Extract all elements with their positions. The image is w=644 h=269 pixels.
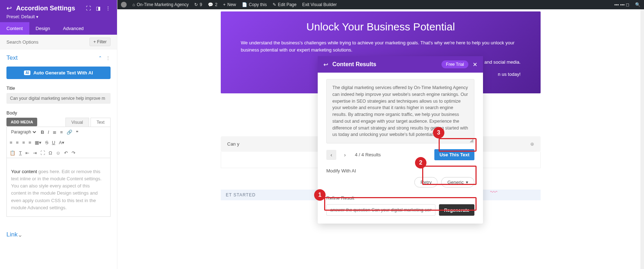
link-section-head[interactable]: Link ⌄ <box>6 231 111 239</box>
body-label: Body <box>6 110 111 116</box>
settings-sidebar: ↩ Accordion Settings ⛶ ◨ ⋮ Preset: Defau… <box>0 0 117 269</box>
ul-icon[interactable]: ≣ <box>53 129 57 135</box>
redo-icon[interactable]: ↷ <box>72 150 75 156</box>
comments-count[interactable]: 💬 2 <box>208 2 218 7</box>
modal-title: Content Results <box>332 61 437 68</box>
paste-icon[interactable]: 📋 <box>10 150 15 156</box>
underline-icon[interactable]: U <box>52 140 55 145</box>
modify-row: Retry Generic ▾ <box>326 177 474 187</box>
search-row: + Filter <box>0 35 117 49</box>
align-right-icon[interactable]: ≡ <box>22 140 25 145</box>
result-text[interactable]: The digital marketing services offered b… <box>326 79 474 143</box>
filter-button[interactable]: + Filter <box>89 38 111 46</box>
edit-page[interactable]: ✎ Edit Page <box>273 2 297 7</box>
pager-row: ‹ › 4 / 4 Results Use This Text <box>326 149 474 160</box>
text-section-head[interactable]: Text ⌃ ⋮ <box>6 54 111 62</box>
get-started-label: ET STARTED <box>226 192 255 197</box>
expand-icon[interactable]: ⛶ <box>86 5 91 11</box>
table-icon[interactable]: ▦▾ <box>35 140 42 145</box>
modal-body: The digital marketing services offered b… <box>318 73 483 224</box>
emoji-icon[interactable]: ☺ <box>56 150 60 156</box>
content-results-modal: ↩ Content Results Free Trial ✕ The digit… <box>318 56 483 224</box>
link-section-label: Link <box>6 231 18 238</box>
exit-visual-builder[interactable]: Exit Visual Builder <box>302 2 337 7</box>
chevron-up-icon: ⌃ <box>98 55 102 60</box>
bold-icon[interactable]: B <box>41 129 44 135</box>
editor-tab-text[interactable]: Text <box>91 118 111 127</box>
editor-text-placeholder: goes here. Edit or remove this text inli… <box>11 169 102 210</box>
ai-badge-icon: AI <box>24 70 30 75</box>
hero-title: Unlock Your Business Potential <box>241 21 521 33</box>
next-result-button[interactable]: › <box>340 150 350 160</box>
editor-text-solid: Your content <box>11 169 38 174</box>
chevron-down-icon: ⌄ <box>18 231 23 239</box>
search-input[interactable] <box>6 39 89 45</box>
omega-icon[interactable]: Ω <box>49 150 52 156</box>
section-body: Text ⌃ ⋮ AI Auto Generate Text With AI T… <box>0 49 117 269</box>
back-icon[interactable]: ↩ <box>6 4 12 12</box>
align-justify-icon[interactable]: ≡ <box>29 140 31 145</box>
align-center-icon[interactable]: ≡ <box>16 140 19 145</box>
refine-input[interactable] <box>326 204 435 216</box>
tab-advanced[interactable]: Advanced <box>57 22 90 35</box>
prev-result-button[interactable]: ‹ <box>326 150 336 160</box>
panel-icon[interactable]: ◨ <box>96 5 101 11</box>
section-more-icon[interactable]: ⋮ <box>106 55 111 61</box>
tab-content[interactable]: Content <box>0 22 29 35</box>
text-section-label: Text <box>6 54 18 62</box>
title-label: Title <box>6 85 111 91</box>
editor-content[interactable]: Your content goes here. Edit or remove t… <box>6 158 111 217</box>
italic-icon[interactable]: I <box>48 129 49 135</box>
regenerate-button[interactable]: Regenerate <box>439 204 474 216</box>
modify-with-ai-label: Modify With AI <box>326 168 474 173</box>
use-this-text-button[interactable]: Use This Text <box>434 149 474 160</box>
textcolor-icon[interactable]: A▾ <box>59 140 64 145</box>
tab-design[interactable]: Design <box>29 22 57 35</box>
outdent-icon[interactable]: ⇤ <box>25 150 29 156</box>
ai-button-label: Auto Generate Text With AI <box>33 70 93 75</box>
fullscreen-icon[interactable]: ⛶ <box>40 150 45 156</box>
editor-tab-visual[interactable]: Visual <box>65 118 89 127</box>
wp-logo-icon[interactable] <box>121 2 127 8</box>
copy-this[interactable]: 📄 Copy this <box>242 2 267 7</box>
main-area: ⌂ On-Time Marketing Agency ↻ 9 💬 2 + New… <box>117 0 644 269</box>
modal-header: ↩ Content Results Free Trial ✕ <box>318 56 483 73</box>
sidebar-header: ↩ Accordion Settings ⛶ ◨ ⋮ Preset: Defau… <box>0 0 117 22</box>
align-left-icon[interactable]: ≡ <box>10 140 13 145</box>
new-button[interactable]: + New <box>223 2 236 7</box>
hero-paragraph-1: We understand the business's challenges … <box>241 39 521 54</box>
modal-back-icon[interactable]: ↩ <box>323 61 328 68</box>
link-icon[interactable]: 🔗 <box>67 129 72 135</box>
more-icon[interactable]: ⋮ <box>106 5 111 11</box>
sidebar-title: Accordion Settings <box>16 5 82 12</box>
site-name[interactable]: ⌂ On-Time Marketing Agency <box>132 2 189 7</box>
plus-icon: ⊕ <box>530 141 534 147</box>
retry-button[interactable]: Retry <box>414 177 438 187</box>
title-input[interactable] <box>6 93 111 104</box>
quote-icon[interactable]: ❝ <box>76 129 78 135</box>
refine-row: Regenerate <box>326 204 474 216</box>
auto-generate-ai-button[interactable]: AI Auto Generate Text With AI <box>6 67 111 79</box>
sidebar-tabs: Content Design Advanced <box>0 22 117 35</box>
undo-icon[interactable]: ↶ <box>64 150 68 156</box>
pager-label: 4 / 4 Results <box>355 152 381 157</box>
wp-admin-bar: ⌂ On-Time Marketing Agency ↻ 9 💬 2 + New… <box>117 0 644 9</box>
editor-toolbar: Paragraph B I ≣ ≡ 🔗 ❝ ≡ ≡ ≡ ≡ ▦▾ S U A▾ … <box>6 127 111 158</box>
refresh-count[interactable]: ↻ 9 <box>194 2 202 7</box>
free-trial-badge[interactable]: Free Trial <box>441 60 468 68</box>
wave-icon: 〰 <box>490 188 498 196</box>
strike-icon[interactable]: S <box>45 140 48 145</box>
search-icon[interactable]: 🔍 <box>635 2 640 7</box>
indent-icon[interactable]: ⇥ <box>33 150 37 156</box>
refine-result-label: Refine Result <box>326 195 474 201</box>
main-scrollbar[interactable] <box>640 9 644 269</box>
add-media-button[interactable]: ADD MEDIA <box>6 118 37 126</box>
format-select[interactable]: Paragraph <box>10 129 37 135</box>
ol-icon[interactable]: ≡ <box>60 129 63 135</box>
user-menu[interactable]: ▪▪▪ ▪▪▪ ◻ <box>614 2 629 7</box>
preset-selector[interactable]: Preset: Default ▾ <box>6 14 111 19</box>
generic-dropdown[interactable]: Generic ▾ <box>441 177 474 187</box>
clear-icon[interactable]: T <box>19 150 22 156</box>
close-icon[interactable]: ✕ <box>473 61 477 68</box>
